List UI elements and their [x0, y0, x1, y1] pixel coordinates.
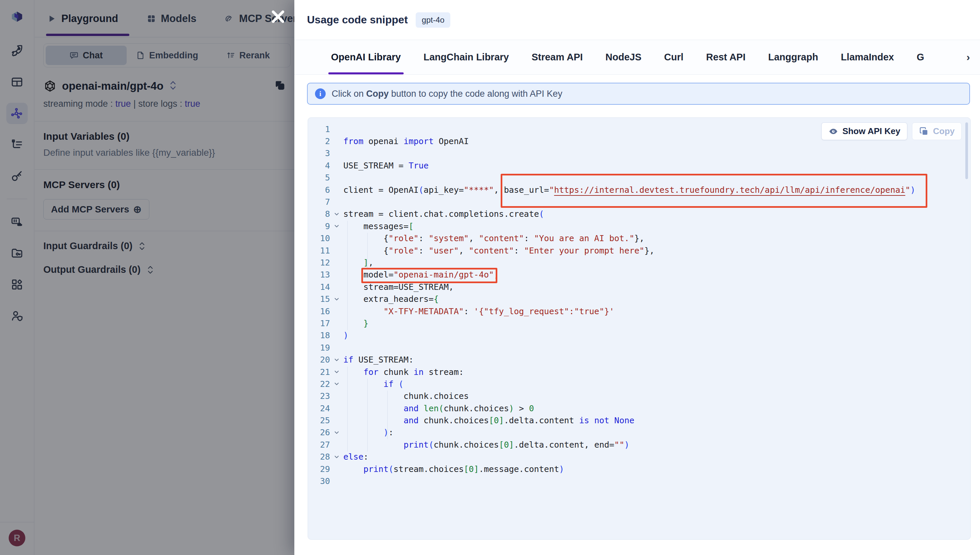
fold-chevron-icon[interactable] [330, 223, 343, 229]
indent-guide [367, 379, 368, 452]
code-text: ): [343, 428, 394, 437]
indent-guide [387, 391, 388, 439]
snippet-tab-curl[interactable]: Curl [664, 40, 683, 74]
fold-chevron-icon[interactable] [330, 369, 343, 375]
snippet-tab-llamaindex[interactable]: LlamaIndex [841, 40, 894, 74]
code-line: 9 messages=[ [308, 220, 970, 232]
code-line: 30 [308, 475, 970, 487]
line-number: 5 [308, 173, 330, 183]
close-icon[interactable] [269, 7, 287, 26]
code-line: 10 {"role": "system", "content": "You ar… [308, 233, 970, 244]
line-number: 26 [308, 428, 330, 437]
line-number: 13 [308, 270, 330, 279]
code-line: 8stream = client.chat.completions.create… [308, 208, 970, 220]
code-text: and len(chunk.choices) > 0 [343, 404, 534, 413]
code-line: 11 {"role": "user", "content": "Enter yo… [308, 244, 970, 257]
fold-chevron-icon[interactable] [330, 380, 343, 387]
line-number: 28 [308, 452, 330, 462]
line-number: 25 [308, 415, 330, 425]
code-text: and chunk.choices[0].delta.content is no… [343, 415, 634, 425]
fold-chevron-icon[interactable] [330, 211, 343, 217]
fold-chevron-icon[interactable] [330, 429, 343, 436]
line-number: 14 [308, 282, 330, 292]
line-number: 22 [308, 379, 330, 389]
code-text: chunk.choices [343, 391, 468, 401]
usage-code-snippet-modal: Usage code snippet gpt-4o OpenAI Library… [294, 0, 980, 555]
code-text: {"role": "user", "content": "Enter your … [343, 246, 654, 255]
line-number: 19 [308, 343, 330, 353]
snippet-tab-bar: OpenAI LibraryLangChain LibraryStream AP… [294, 40, 980, 75]
copy-code-button[interactable]: Copy [912, 122, 962, 140]
line-number: 8 [308, 209, 330, 219]
copy-icon [919, 127, 929, 136]
code-line: 29 print(stream.choices[0].message.conte… [308, 463, 970, 475]
snippet-tab-nodejs[interactable]: NodeJS [605, 40, 641, 74]
line-number: 30 [308, 476, 330, 486]
code-text: if ( [343, 379, 404, 389]
code-line: 20if USE_STREAM: [308, 354, 970, 366]
code-line: 3 [308, 148, 970, 159]
code-scrollbar[interactable] [965, 122, 968, 179]
code-text: for chunk in stream: [343, 367, 464, 377]
code-line: 17 } [308, 317, 970, 329]
code-line: 22 if ( [308, 378, 970, 390]
snippet-tab-openai-library[interactable]: OpenAI Library [331, 40, 401, 74]
code-text: stream=USE_STREAM, [343, 282, 454, 292]
code-line: 28else: [308, 451, 970, 463]
line-number: 12 [308, 258, 330, 268]
indent-guide [347, 367, 348, 452]
indent-guide [367, 233, 368, 269]
line-number: 27 [308, 440, 330, 450]
snippet-tab-rest-api[interactable]: Rest API [706, 40, 745, 74]
snippet-tab-langgraph[interactable]: Langgraph [768, 40, 819, 74]
line-number: 3 [308, 148, 330, 158]
line-number: 11 [308, 246, 330, 255]
modal-header: Usage code snippet gpt-4o [294, 0, 980, 40]
code-text: stream = client.chat.completions.create( [343, 209, 544, 219]
snippet-tab-stream-api[interactable]: Stream API [532, 40, 583, 74]
indent-guide [347, 221, 348, 330]
code-line: 24 and len(chunk.choices) > 0 [308, 402, 970, 414]
fold-chevron-icon[interactable] [330, 454, 343, 460]
code-text: print(chunk.choices[0].delta.content, en… [343, 440, 629, 450]
code-text: "X-TFY-METADATA": '{"tfy_log_request":"t… [343, 306, 614, 316]
code-text: if USE_STREAM: [343, 355, 414, 364]
code-line: 18) [308, 329, 970, 342]
fold-chevron-icon[interactable] [330, 296, 343, 303]
modal-title: Usage code snippet [307, 14, 408, 26]
code-line: 21 for chunk in stream: [308, 366, 970, 378]
line-number: 20 [308, 355, 330, 364]
line-number: 2 [308, 136, 330, 146]
code-line: 23 chunk.choices [308, 390, 970, 402]
highlight-box-model [361, 268, 497, 283]
line-number: 29 [308, 464, 330, 474]
code-text: messages=[ [343, 221, 414, 231]
code-text: USE_STREAM = True [343, 161, 428, 170]
code-line: 16 "X-TFY-METADATA": '{"tfy_log_request"… [308, 305, 970, 317]
snippet-tab-langchain-library[interactable]: LangChain Library [424, 40, 509, 74]
banner-text: Click on Copy button to copy the code al… [332, 89, 562, 99]
code-line: 19 [308, 342, 970, 354]
snippet-tab-g[interactable]: G [917, 40, 924, 74]
show-api-key-button[interactable]: Show API Key [821, 122, 907, 140]
fold-chevron-icon[interactable] [330, 356, 343, 363]
code-text: ) [343, 330, 349, 340]
tabs-scroll-right-icon[interactable]: › [966, 51, 970, 63]
code-line: 25 and chunk.choices[0].delta.content is… [308, 414, 970, 426]
info-banner: i Click on Copy button to copy the code … [307, 83, 970, 105]
code-editor[interactable]: Show API Key Copy 12from openai import O… [308, 117, 970, 540]
code-line: 15 extra_headers={ [308, 293, 970, 305]
code-line: 12 ], [308, 257, 970, 268]
code-text: print(stream.choices[0].message.content) [343, 464, 564, 474]
line-number: 17 [308, 319, 330, 328]
highlight-box-base-url [501, 174, 927, 208]
line-number: 10 [308, 233, 330, 243]
line-number: 1 [308, 124, 330, 134]
code-text: extra_headers={ [343, 294, 439, 304]
line-number: 18 [308, 330, 330, 340]
line-number: 7 [308, 197, 330, 207]
model-badge: gpt-4o [416, 12, 450, 28]
line-number: 23 [308, 391, 330, 401]
line-number: 21 [308, 367, 330, 377]
code-line: 4USE_STREAM = True [308, 159, 970, 172]
